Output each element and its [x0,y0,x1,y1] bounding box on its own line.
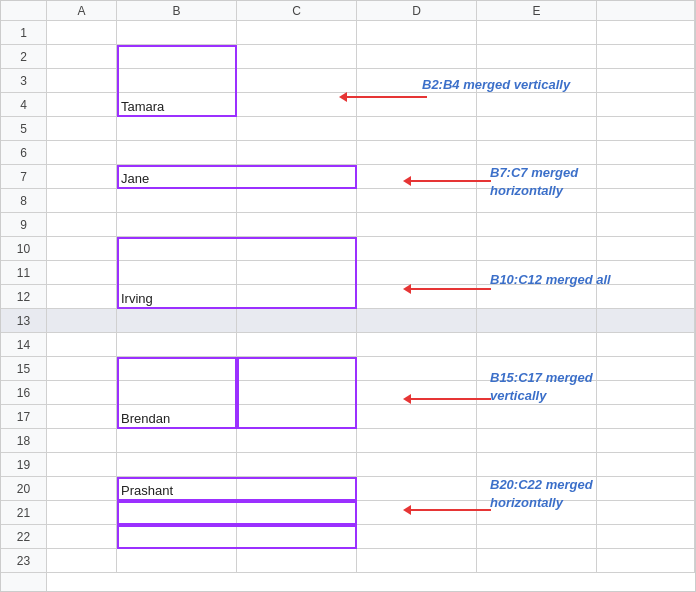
cell-d9[interactable] [357,213,477,237]
cell-e2[interactable] [477,45,597,69]
col-header-d[interactable]: D [357,1,477,20]
cell-c18[interactable] [237,429,357,453]
row-header-15[interactable]: 15 [1,357,46,381]
row-header-6[interactable]: 6 [1,141,46,165]
cell-a22[interactable] [47,525,117,549]
col-header-e[interactable]: E [477,1,597,20]
cell-b7[interactable]: Jane [117,165,237,189]
row-header-14[interactable]: 14 [1,333,46,357]
cell-e19[interactable] [477,453,597,477]
row-header-16[interactable]: 16 [1,381,46,405]
cell-a14[interactable] [47,333,117,357]
cell-a2[interactable] [47,45,117,69]
row-header-1[interactable]: 1 [1,21,46,45]
cell-b14[interactable] [117,333,237,357]
cell-e4[interactable] [477,93,597,117]
cell-c21[interactable] [237,501,357,525]
cell-a6[interactable] [47,141,117,165]
cell-a18[interactable] [47,429,117,453]
cell-a7[interactable] [47,165,117,189]
cell-d18[interactable] [357,429,477,453]
cell-d17[interactable] [357,405,477,429]
cell-d2[interactable] [357,45,477,69]
cell-b19[interactable] [117,453,237,477]
cell-d1[interactable] [357,21,477,45]
cell-c1[interactable] [237,21,357,45]
cell-c8[interactable] [237,189,357,213]
cell-e9[interactable] [477,213,597,237]
cell-e13[interactable] [477,309,597,333]
cell-a17[interactable] [47,405,117,429]
cell-a3[interactable] [47,69,117,93]
cell-c13[interactable] [237,309,357,333]
cell-d20[interactable] [357,477,477,501]
cell-e10[interactable] [477,237,597,261]
cell-c10[interactable] [237,237,357,261]
cell-c20[interactable] [237,477,357,501]
cell-a23[interactable] [47,549,117,573]
cell-b4[interactable]: Tamara [117,93,237,117]
cell-b9[interactable] [117,213,237,237]
cell-a20[interactable] [47,477,117,501]
cell-b10[interactable] [117,237,237,261]
row-header-13[interactable]: 13 [1,309,46,333]
cell-c11[interactable] [237,261,357,285]
cell-b3[interactable] [117,69,237,93]
cell-a1[interactable] [47,21,117,45]
cell-d15[interactable] [357,357,477,381]
cell-b6[interactable] [117,141,237,165]
cell-a21[interactable] [47,501,117,525]
cell-e17[interactable] [477,405,597,429]
cell-c23[interactable] [237,549,357,573]
row-header-9[interactable]: 9 [1,213,46,237]
row-header-5[interactable]: 5 [1,117,46,141]
cell-b5[interactable] [117,117,237,141]
cell-d11[interactable] [357,261,477,285]
cell-a11[interactable] [47,261,117,285]
col-header-c[interactable]: C [237,1,357,20]
cell-a19[interactable] [47,453,117,477]
row-header-7[interactable]: 7 [1,165,46,189]
cell-d8[interactable] [357,189,477,213]
cell-c2[interactable] [237,45,357,69]
cell-e14[interactable] [477,333,597,357]
col-header-b[interactable]: B [117,1,237,20]
row-header-21[interactable]: 21 [1,501,46,525]
row-header-4[interactable]: 4 [1,93,46,117]
cell-c5[interactable] [237,117,357,141]
row-header-3[interactable]: 3 [1,69,46,93]
row-header-8[interactable]: 8 [1,189,46,213]
cell-d22[interactable] [357,525,477,549]
cell-a15[interactable] [47,357,117,381]
cell-c6[interactable] [237,141,357,165]
row-header-17[interactable]: 17 [1,405,46,429]
cell-b15[interactable] [117,357,237,381]
row-header-11[interactable]: 11 [1,261,46,285]
cell-c14[interactable] [237,333,357,357]
row-header-23[interactable]: 23 [1,549,46,573]
cell-b11[interactable] [117,261,237,285]
cell-b23[interactable] [117,549,237,573]
cell-a16[interactable] [47,381,117,405]
cell-c17[interactable] [237,405,357,429]
cell-e1[interactable] [477,21,597,45]
cell-e22[interactable] [477,525,597,549]
cell-a10[interactable] [47,237,117,261]
cell-d10[interactable] [357,237,477,261]
cell-b8[interactable] [117,189,237,213]
cell-d19[interactable] [357,453,477,477]
cell-b2[interactable] [117,45,237,69]
cell-e18[interactable] [477,429,597,453]
cell-b17[interactable]: Brendan [117,405,237,429]
row-header-20[interactable]: 20 [1,477,46,501]
cell-e23[interactable] [477,549,597,573]
cell-b21[interactable] [117,501,237,525]
row-header-18[interactable]: 18 [1,429,46,453]
cell-a13[interactable] [47,309,117,333]
cell-c19[interactable] [237,453,357,477]
cell-b18[interactable] [117,429,237,453]
row-header-2[interactable]: 2 [1,45,46,69]
cell-a5[interactable] [47,117,117,141]
row-header-19[interactable]: 19 [1,453,46,477]
row-header-12[interactable]: 12 [1,285,46,309]
